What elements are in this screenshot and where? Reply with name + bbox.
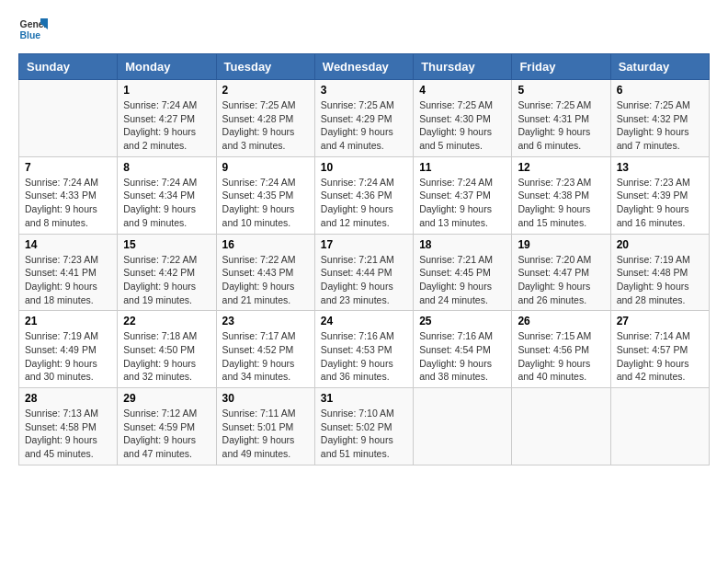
weekday-header: Friday bbox=[512, 54, 610, 80]
weekday-header: Saturday bbox=[610, 54, 709, 80]
day-number: 27 bbox=[617, 315, 703, 327]
logo-icon: General Blue bbox=[18, 15, 48, 44]
calendar-week-row: 1Sunrise: 7:24 AMSunset: 4:27 PMDaylight… bbox=[19, 80, 710, 157]
day-info: Sunrise: 7:23 AMSunset: 4:41 PMDaylight:… bbox=[25, 253, 111, 307]
day-info: Sunrise: 7:24 AMSunset: 4:33 PMDaylight:… bbox=[25, 176, 111, 230]
calendar-cell: 14Sunrise: 7:23 AMSunset: 4:41 PMDayligh… bbox=[19, 234, 118, 311]
day-number: 22 bbox=[123, 315, 210, 327]
weekday-header: Monday bbox=[118, 54, 216, 80]
calendar-table: SundayMondayTuesdayWednesdayThursdayFrid… bbox=[18, 53, 710, 465]
day-info: Sunrise: 7:25 AMSunset: 4:28 PMDaylight:… bbox=[222, 98, 309, 153]
calendar-cell: 25Sunrise: 7:16 AMSunset: 4:54 PMDayligh… bbox=[414, 311, 512, 388]
calendar-cell: 29Sunrise: 7:12 AMSunset: 4:59 PMDayligh… bbox=[118, 388, 216, 465]
calendar-cell: 6Sunrise: 7:25 AMSunset: 4:32 PMDaylight… bbox=[610, 80, 709, 157]
day-number: 2 bbox=[222, 84, 309, 97]
calendar-week-row: 21Sunrise: 7:19 AMSunset: 4:49 PMDayligh… bbox=[19, 311, 710, 388]
day-number: 16 bbox=[222, 238, 309, 251]
day-number: 15 bbox=[123, 238, 210, 251]
calendar-cell: 13Sunrise: 7:23 AMSunset: 4:39 PMDayligh… bbox=[610, 156, 709, 234]
calendar-cell: 20Sunrise: 7:19 AMSunset: 4:48 PMDayligh… bbox=[610, 234, 709, 311]
day-info: Sunrise: 7:20 AMSunset: 4:47 PMDaylight:… bbox=[518, 253, 604, 307]
calendar-cell: 11Sunrise: 7:24 AMSunset: 4:37 PMDayligh… bbox=[414, 156, 512, 234]
weekday-row: SundayMondayTuesdayWednesdayThursdayFrid… bbox=[19, 54, 710, 80]
weekday-header: Wednesday bbox=[314, 54, 413, 80]
day-number: 13 bbox=[617, 161, 703, 174]
day-info: Sunrise: 7:12 AMSunset: 4:59 PMDaylight:… bbox=[123, 407, 210, 461]
calendar-cell: 22Sunrise: 7:18 AMSunset: 4:50 PMDayligh… bbox=[118, 311, 216, 388]
day-number: 28 bbox=[25, 392, 111, 405]
day-info: Sunrise: 7:25 AMSunset: 4:29 PMDaylight:… bbox=[321, 98, 407, 153]
svg-text:Blue: Blue bbox=[20, 30, 41, 40]
day-number: 25 bbox=[419, 315, 506, 327]
day-number: 12 bbox=[518, 161, 604, 174]
day-number: 21 bbox=[25, 315, 111, 327]
weekday-header: Thursday bbox=[414, 54, 512, 80]
calendar-body: 1Sunrise: 7:24 AMSunset: 4:27 PMDaylight… bbox=[19, 80, 710, 465]
calendar-cell: 28Sunrise: 7:13 AMSunset: 4:58 PMDayligh… bbox=[19, 388, 118, 465]
day-info: Sunrise: 7:18 AMSunset: 4:50 PMDaylight:… bbox=[123, 329, 210, 384]
calendar-cell bbox=[414, 388, 512, 465]
day-info: Sunrise: 7:25 AMSunset: 4:31 PMDaylight:… bbox=[518, 98, 604, 153]
day-number: 19 bbox=[518, 238, 604, 251]
day-info: Sunrise: 7:19 AMSunset: 4:48 PMDaylight:… bbox=[617, 253, 703, 307]
day-info: Sunrise: 7:21 AMSunset: 4:45 PMDaylight:… bbox=[419, 253, 506, 307]
calendar-cell: 15Sunrise: 7:22 AMSunset: 4:42 PMDayligh… bbox=[118, 234, 216, 311]
day-info: Sunrise: 7:22 AMSunset: 4:43 PMDaylight:… bbox=[222, 253, 309, 307]
day-info: Sunrise: 7:22 AMSunset: 4:42 PMDaylight:… bbox=[123, 253, 210, 307]
day-number: 14 bbox=[25, 238, 111, 251]
calendar-cell: 10Sunrise: 7:24 AMSunset: 4:36 PMDayligh… bbox=[314, 156, 413, 234]
day-number: 6 bbox=[617, 84, 703, 97]
calendar-cell bbox=[512, 388, 610, 465]
calendar-cell: 3Sunrise: 7:25 AMSunset: 4:29 PMDaylight… bbox=[314, 80, 413, 157]
weekday-header: Tuesday bbox=[216, 54, 314, 80]
calendar-cell: 17Sunrise: 7:21 AMSunset: 4:44 PMDayligh… bbox=[314, 234, 413, 311]
day-info: Sunrise: 7:24 AMSunset: 4:37 PMDaylight:… bbox=[419, 176, 506, 230]
calendar-cell: 26Sunrise: 7:15 AMSunset: 4:56 PMDayligh… bbox=[512, 311, 610, 388]
day-number: 20 bbox=[617, 238, 703, 251]
day-info: Sunrise: 7:14 AMSunset: 4:57 PMDaylight:… bbox=[617, 329, 703, 384]
logo: General Blue bbox=[18, 15, 51, 44]
day-info: Sunrise: 7:23 AMSunset: 4:38 PMDaylight:… bbox=[518, 176, 604, 230]
calendar-cell: 9Sunrise: 7:24 AMSunset: 4:35 PMDaylight… bbox=[216, 156, 314, 234]
calendar-cell: 2Sunrise: 7:25 AMSunset: 4:28 PMDaylight… bbox=[216, 80, 314, 157]
calendar-header: SundayMondayTuesdayWednesdayThursdayFrid… bbox=[19, 54, 710, 80]
calendar-cell: 18Sunrise: 7:21 AMSunset: 4:45 PMDayligh… bbox=[414, 234, 512, 311]
day-info: Sunrise: 7:10 AMSunset: 5:02 PMDaylight:… bbox=[321, 407, 407, 461]
day-info: Sunrise: 7:24 AMSunset: 4:36 PMDaylight:… bbox=[321, 176, 407, 230]
calendar-week-row: 7Sunrise: 7:24 AMSunset: 4:33 PMDaylight… bbox=[19, 156, 710, 234]
day-number: 8 bbox=[123, 161, 210, 174]
calendar-cell: 8Sunrise: 7:24 AMSunset: 4:34 PMDaylight… bbox=[118, 156, 216, 234]
day-info: Sunrise: 7:16 AMSunset: 4:54 PMDaylight:… bbox=[419, 329, 506, 384]
day-info: Sunrise: 7:25 AMSunset: 4:32 PMDaylight:… bbox=[617, 98, 703, 153]
calendar-cell: 4Sunrise: 7:25 AMSunset: 4:30 PMDaylight… bbox=[414, 80, 512, 157]
calendar-cell bbox=[610, 388, 709, 465]
day-info: Sunrise: 7:15 AMSunset: 4:56 PMDaylight:… bbox=[518, 329, 604, 384]
day-number: 17 bbox=[321, 238, 407, 251]
day-info: Sunrise: 7:13 AMSunset: 4:58 PMDaylight:… bbox=[25, 407, 111, 461]
day-number: 30 bbox=[222, 392, 309, 405]
calendar-cell: 23Sunrise: 7:17 AMSunset: 4:52 PMDayligh… bbox=[216, 311, 314, 388]
calendar-week-row: 14Sunrise: 7:23 AMSunset: 4:41 PMDayligh… bbox=[19, 234, 710, 311]
calendar-cell: 1Sunrise: 7:24 AMSunset: 4:27 PMDaylight… bbox=[118, 80, 216, 157]
day-number: 18 bbox=[419, 238, 506, 251]
calendar-cell: 12Sunrise: 7:23 AMSunset: 4:38 PMDayligh… bbox=[512, 156, 610, 234]
day-number: 24 bbox=[321, 315, 407, 327]
calendar-cell: 24Sunrise: 7:16 AMSunset: 4:53 PMDayligh… bbox=[314, 311, 413, 388]
day-number: 3 bbox=[321, 84, 407, 97]
day-info: Sunrise: 7:24 AMSunset: 4:27 PMDaylight:… bbox=[123, 98, 210, 153]
day-info: Sunrise: 7:24 AMSunset: 4:35 PMDaylight:… bbox=[222, 176, 309, 230]
day-number: 7 bbox=[25, 161, 111, 174]
calendar-cell: 30Sunrise: 7:11 AMSunset: 5:01 PMDayligh… bbox=[216, 388, 314, 465]
calendar-cell bbox=[19, 80, 118, 157]
calendar-cell: 31Sunrise: 7:10 AMSunset: 5:02 PMDayligh… bbox=[314, 388, 413, 465]
day-number: 29 bbox=[123, 392, 210, 405]
calendar-cell: 7Sunrise: 7:24 AMSunset: 4:33 PMDaylight… bbox=[19, 156, 118, 234]
page-header: General Blue bbox=[18, 15, 710, 44]
day-info: Sunrise: 7:25 AMSunset: 4:30 PMDaylight:… bbox=[419, 98, 506, 153]
day-number: 4 bbox=[419, 84, 506, 97]
calendar-cell: 27Sunrise: 7:14 AMSunset: 4:57 PMDayligh… bbox=[610, 311, 709, 388]
calendar-cell: 19Sunrise: 7:20 AMSunset: 4:47 PMDayligh… bbox=[512, 234, 610, 311]
day-info: Sunrise: 7:19 AMSunset: 4:49 PMDaylight:… bbox=[25, 329, 111, 384]
calendar-week-row: 28Sunrise: 7:13 AMSunset: 4:58 PMDayligh… bbox=[19, 388, 710, 465]
day-info: Sunrise: 7:17 AMSunset: 4:52 PMDaylight:… bbox=[222, 329, 309, 384]
